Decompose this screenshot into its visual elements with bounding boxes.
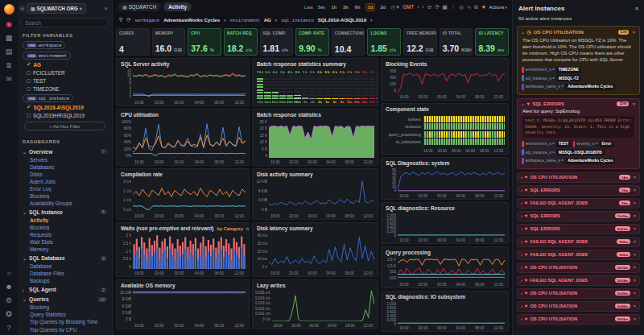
refresh-icon[interactable]: ⟳ [435,4,439,10]
folders-icon[interactable]: ▤ [6,48,13,56]
sidebar-item-memory[interactable]: Memory [18,246,112,253]
close-icon[interactable]: × [633,188,636,192]
close-icon[interactable]: × [633,304,636,308]
close-icon[interactable]: × [631,30,636,35]
panel-title[interactable]: Blocking Events [386,61,427,67]
close-icon[interactable]: × [633,213,636,218]
dashboard-section-overview[interactable]: ⌄Overview7 [18,146,112,155]
time-range-6h[interactable]: 6h [353,4,362,10]
rss-icon[interactable]: ∿ [467,4,471,10]
sidebar-item-requests[interactable]: Requests [18,230,112,238]
chevron-right-icon[interactable]: › [521,188,522,192]
panel-title[interactable]: SQL diagnostics: Resource [386,205,455,211]
alert-card-header[interactable]: ⌄◷OS CPU UTILISATIONCrit× [518,27,639,37]
alert-row-sql-errors[interactable]: ›♥SQL ERRORS2h53m× [517,224,640,234]
time-range-3d[interactable]: 3d [378,4,387,10]
dashboard-section-sql-database[interactable]: ⌄SQL Database3 [18,253,112,263]
variable-option-sql2019hr-sql2019[interactable]: SQL2019HR\SQL2019 [18,111,112,119]
variable-pill-workspace[interactable]: VARworkspace [23,41,65,49]
close-icon[interactable]: × [633,226,636,231]
sidebar-item-blocking[interactable]: Blocking [18,223,112,230]
help-icon[interactable]: ? [6,325,10,332]
panel-title[interactable]: SQL Diagnostics: system [386,160,449,166]
search-input[interactable] [21,18,109,27]
chevron-down-icon[interactable]: ⌄ [521,101,525,106]
theme-icon[interactable]: ☼ [6,270,12,277]
chevron-right-icon[interactable]: › [521,252,522,257]
variable-option-test[interactable]: TEST [18,77,112,85]
alert-row-os-cpu-utilisation[interactable]: ›♥OS CPU UTILISATION3h15m× [517,263,640,273]
sidebar-item-agent-jobs[interactable]: Agent Jobs [18,177,112,184]
timezone-label[interactable]: GMT [402,4,414,10]
panel-title[interactable]: Batch response statistics summary [257,61,346,67]
panel-title[interactable]: Lazy writes [257,283,286,288]
panel-title[interactable]: Compilation rate [121,172,163,177]
actions-menu[interactable]: Actions▾ [489,5,507,10]
time-range-1h[interactable]: 1h [329,4,338,10]
sidebar-item-top-queries-by-blocking-time[interactable]: Top Queries by Blocking Time [18,318,112,325]
sidebar-close-button[interactable]: × [102,5,109,12]
messages-icon[interactable]: ✉ [6,76,12,83]
refresh-variables-icon[interactable]: ⟳ [126,17,130,23]
live-icon[interactable]: ◎ [459,4,464,10]
panel-title[interactable]: Waits (non pre-emptive and relevant) [121,225,214,231]
filter-funnel-icon[interactable]: ∇ [119,17,122,23]
time-range-1d[interactable]: 1d [365,3,376,11]
panel-title[interactable]: Component state [386,106,429,112]
sidebar-item-backups[interactable]: Backups [18,277,112,284]
sidebar-item-activity[interactable]: Activity [18,216,112,223]
close-icon[interactable]: × [633,278,636,283]
checkbox[interactable] [27,71,31,75]
settings-icon[interactable]: ⚙ [6,297,12,304]
sidebar-item-error-log[interactable]: Error Log [18,184,112,192]
close-icon[interactable]: × [633,239,636,244]
panel-link-by-type[interactable]: by Type [246,226,249,231]
zoom-out-icon[interactable]: ⊖ [427,4,431,10]
variable-option-timezone[interactable]: TIMEZONE [18,85,112,93]
sidebar-item-top-queries-by-cpu[interactable]: Top Queries by CPU [18,325,112,333]
breadcrumb-activity[interactable]: Activity [163,2,192,11]
filter-value-sql-instance[interactable]: SQL2019-A\SQL2019 [318,17,366,23]
adhoc-filter-button[interactable]: + Ad-Hoc Filter [24,122,105,130]
filter-value-environment[interactable]: AG [264,17,271,23]
alert-row-sql-errors[interactable]: ›♥SQL ERRORS15m× [517,185,640,196]
checkbox[interactable] [27,79,31,83]
grafana-logo-icon[interactable] [4,4,14,14]
chevron-right-icon[interactable]: › [521,278,522,283]
panel-title[interactable]: Query processing [386,250,431,255]
alert-row-sql-errors[interactable]: ›♥SQL ERRORS1h30m× [517,211,640,221]
dashboard-section-sql-agent[interactable]: ›SQL Agent2 [18,284,112,294]
panels-grid-icon[interactable]: ▦ [443,4,448,10]
profile-icon[interactable]: ☻ [5,283,12,291]
close-icon[interactable]: × [635,6,638,11]
alert-row-os-cpu-utilisation[interactable]: ›♥OS CPU UTILISATION3h36m× [517,288,640,299]
panel-title[interactable]: Available OS memory [121,283,175,288]
close-icon[interactable]: × [633,252,636,257]
alert-row-failed-sql-agent-jobs[interactable]: ›♥FAILED SQL AGENT JOBS3h5m× [517,237,640,247]
sidebar-item-availability-groups[interactable]: Availability Groups [18,199,112,206]
time-range-3h[interactable]: 3h [341,4,350,10]
chevron-right-icon[interactable]: › [521,265,522,270]
dashboard-section-sql-instance[interactable]: ⌄SQL Instance5 [18,206,112,216]
alert-row-failed-sql-agent-jobs[interactable]: ›♥FAILED SQL AGENT JOBS29m× [517,198,640,209]
org-picker[interactable]: ▦ SQLWATCH ORG ▾ [27,3,86,14]
chevron-right-icon[interactable]: › [521,316,522,321]
chevron-right-icon[interactable]: › [521,239,522,244]
panel-title[interactable]: Disk activity summary [257,172,313,177]
alerting-icon[interactable]: ◉ [6,21,12,28]
alert-row-os-cpu-utilisation[interactable]: ›♥OS CPU UTILISATION3h48m× [517,301,640,312]
alert-card-header[interactable]: ⌄♥SQL ERRORS15m× [518,99,639,109]
close-icon[interactable]: × [633,291,636,296]
checkbox[interactable] [27,114,31,118]
sidebar-item-wait-stats[interactable]: Wait Stats [18,238,112,245]
share-export-icon[interactable]: ⧉ [474,4,478,10]
filter-label-environment[interactable]: environment [230,18,260,23]
sidebar-item-blocking[interactable]: Blocking [18,304,112,311]
close-icon[interactable]: × [633,316,636,321]
kebab-menu-icon[interactable]: ⋮ [451,4,456,10]
variable-option-sql2019-a-sql2019[interactable]: ✓SQL2019-A\SQL2019 [18,103,112,111]
alert-row-failed-sql-agent-jobs[interactable]: ›♥FAILED SQL AGENT JOBS3h24m× [517,275,640,286]
dock-icon[interactable]: ⊟ [20,6,25,12]
checkbox[interactable] [27,87,31,91]
chevron-down-icon[interactable]: ⌄ [521,30,525,35]
